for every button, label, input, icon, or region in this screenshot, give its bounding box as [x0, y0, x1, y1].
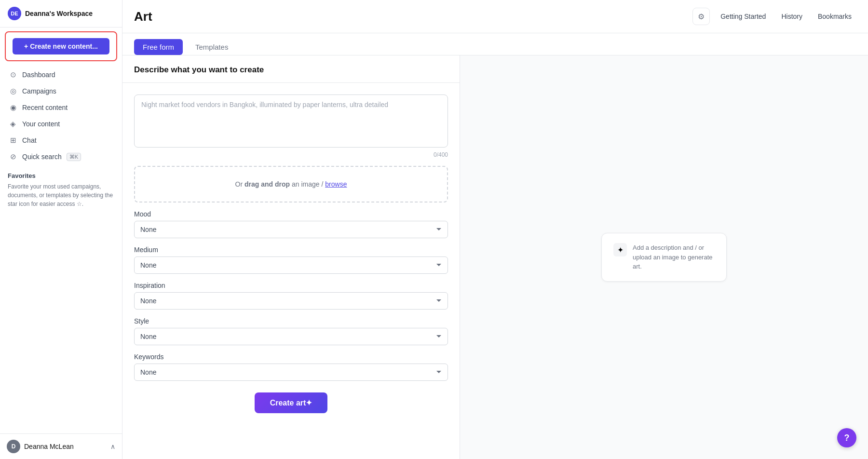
favorites-title: Favorites — [8, 172, 114, 179]
sidebar-item-your-content[interactable]: ◈ Your content — [4, 116, 118, 132]
main-area: Art ⚙ Getting Started History Bookmarks … — [122, 0, 868, 459]
keyboard-shortcut-badge: ⌘K — [67, 153, 81, 161]
style-field-group: Style None Photorealistic Cartoon Anime … — [134, 317, 448, 345]
upload-text-before: Or — [235, 180, 244, 188]
inspiration-select[interactable]: None Impressionism Surrealism Realism Ab… — [134, 292, 448, 310]
sidebar-item-dashboard[interactable]: ⊙ Dashboard — [4, 67, 118, 82]
sparkle-icon: ✦ — [613, 243, 627, 256]
search-icon: ⊘ — [9, 152, 17, 161]
keywords-field-group: Keywords None — [134, 353, 448, 381]
tab-templates[interactable]: Templates — [187, 39, 237, 55]
sidebar-footer: D Deanna McLean ∧ — [0, 433, 122, 459]
form-body: 0/400 Or drag and drop an image / browse… — [122, 83, 460, 432]
top-bar: Art ⚙ Getting Started History Bookmarks — [122, 0, 868, 33]
campaigns-icon: ◎ — [9, 87, 17, 95]
create-new-content-button[interactable]: + Create new content... — [13, 38, 109, 54]
chat-icon: ⊞ — [9, 136, 17, 145]
sidebar-item-label: Dashboard — [22, 71, 55, 79]
create-btn-wrapper: + Create new content... — [5, 31, 117, 61]
upload-text-after: an image / — [290, 180, 325, 188]
sidebar-item-label: Campaigns — [22, 87, 56, 95]
mood-label: Mood — [134, 210, 448, 218]
form-section-title: Describe what you want to create — [134, 65, 448, 75]
inspiration-field-group: Inspiration None Impressionism Surrealis… — [134, 282, 448, 310]
user-avatar: D — [7, 440, 20, 453]
recent-content-icon: ◉ — [9, 103, 17, 112]
user-name: Deanna McLean — [24, 443, 74, 450]
gear-icon: ⚙ — [698, 12, 705, 21]
sidebar-item-campaigns[interactable]: ◎ Campaigns — [4, 83, 118, 99]
medium-select[interactable]: None Oil paint Watercolor Digital Pencil… — [134, 256, 448, 274]
bookmarks-button[interactable]: Bookmarks — [813, 10, 856, 23]
content-area: Describe what you want to create 0/400 O… — [122, 55, 868, 459]
keywords-label: Keywords — [134, 353, 448, 361]
keywords-select[interactable]: None — [134, 364, 448, 381]
create-art-button[interactable]: Create art✦ — [255, 392, 328, 413]
workspace-avatar: DE — [8, 7, 21, 20]
mood-field-group: Mood None Happy Sad Dramatic Peaceful Da… — [134, 210, 448, 238]
sidebar-item-label: Quick search — [22, 153, 62, 161]
sidebar-header: DE Deanna's Workspace — [0, 0, 122, 27]
preview-hint-text: Add a description and / or upload an ima… — [633, 243, 715, 271]
mood-select[interactable]: None Happy Sad Dramatic Peaceful Dark En… — [134, 221, 448, 238]
favorites-hint: Favorite your most used campaigns, docum… — [8, 182, 114, 208]
workspace-name: Deanna's Workspace — [25, 10, 93, 17]
history-button[interactable]: History — [776, 10, 807, 23]
medium-label: Medium — [134, 246, 448, 254]
sidebar-item-recent-content[interactable]: ◉ Recent content — [4, 100, 118, 115]
page-title: Art — [134, 9, 152, 24]
create-art-bar: Create art✦ — [134, 389, 448, 421]
user-info[interactable]: D Deanna McLean — [7, 440, 74, 453]
sidebar-item-chat[interactable]: ⊞ Chat — [4, 133, 118, 148]
preview-hint-card: ✦ Add a description and / or upload an i… — [601, 233, 727, 282]
char-count: 0/400 — [134, 151, 448, 158]
sidebar-item-label: Recent content — [22, 104, 68, 111]
getting-started-button[interactable]: Getting Started — [716, 10, 771, 23]
style-label: Style — [134, 317, 448, 325]
dashboard-icon: ⊙ — [9, 70, 17, 79]
browse-link[interactable]: browse — [325, 180, 347, 188]
form-section-header: Describe what you want to create — [122, 55, 460, 83]
nav-items: ⊙ Dashboard ◎ Campaigns ◉ Recent content… — [0, 65, 122, 166]
sidebar-item-label: Chat — [22, 136, 37, 144]
chevron-up-icon: ∧ — [110, 443, 115, 450]
tabs-bar: Free form Templates — [122, 33, 868, 55]
your-content-icon: ◈ — [9, 120, 17, 128]
image-upload-area[interactable]: Or drag and drop an image / browse — [134, 166, 448, 202]
inspiration-label: Inspiration — [134, 282, 448, 289]
sidebar-item-quick-search[interactable]: ⊘ Quick search ⌘K — [4, 149, 118, 164]
tab-free-form[interactable]: Free form — [134, 39, 183, 55]
settings-icon-button[interactable]: ⚙ — [692, 8, 710, 25]
medium-field-group: Medium None Oil paint Watercolor Digital… — [134, 246, 448, 274]
sidebar-item-label: Your content — [22, 120, 60, 128]
top-bar-actions: ⚙ Getting Started History Bookmarks — [692, 8, 856, 25]
description-textarea[interactable] — [134, 94, 448, 148]
description-field-wrapper: 0/400 — [134, 94, 448, 158]
form-panel: Describe what you want to create 0/400 O… — [122, 55, 460, 459]
preview-panel: ✦ Add a description and / or upload an i… — [460, 55, 868, 459]
sidebar: DE Deanna's Workspace + Create new conte… — [0, 0, 122, 459]
style-select[interactable]: None Photorealistic Cartoon Anime 3D Ren… — [134, 328, 448, 345]
help-button[interactable]: ? — [837, 428, 856, 447]
drag-drop-text: drag and drop — [244, 180, 290, 188]
favorites-section: Favorites Favorite your most used campai… — [0, 166, 122, 212]
